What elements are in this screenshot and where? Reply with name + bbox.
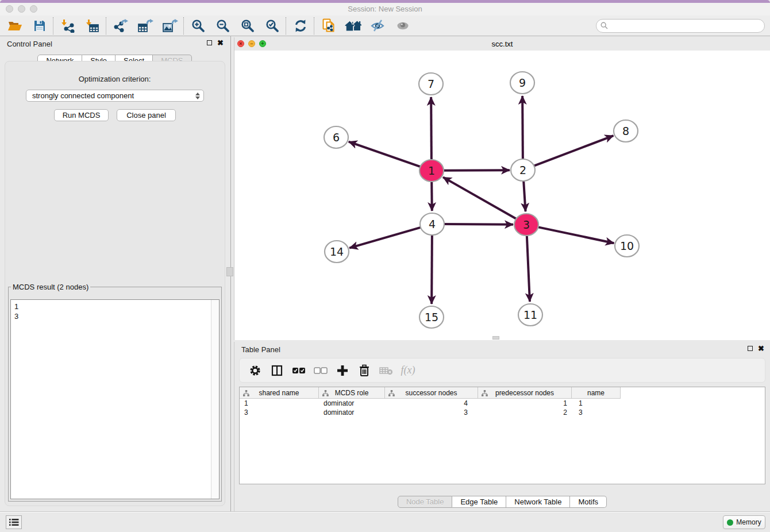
run-mcds-button[interactable]: Run MCDS xyxy=(54,109,109,121)
table-cell[interactable]: 3 xyxy=(240,408,319,417)
refresh-button[interactable] xyxy=(288,17,313,35)
network-window-titlebar: × − + scc.txt xyxy=(234,37,770,51)
column-header-predecessor-nodes[interactable]: predecessor nodes xyxy=(478,387,572,399)
table-cell[interactable]: 1 xyxy=(240,399,319,408)
float-panel-icon[interactable] xyxy=(207,40,212,45)
graph-node-11[interactable]: 11 xyxy=(518,304,542,326)
tab-edge-table[interactable]: Edge Table xyxy=(452,496,506,508)
svg-text:7: 7 xyxy=(428,78,434,90)
table-cell[interactable]: dominator xyxy=(319,399,385,408)
close-panel-icon[interactable]: ✖ xyxy=(217,40,224,46)
vertical-splitter-handle[interactable] xyxy=(226,267,233,276)
network-canvas[interactable]: 1234678910111415 xyxy=(234,51,770,340)
duplicate-network-button[interactable] xyxy=(316,17,341,35)
node-table[interactable]: shared nameMCDS rolesuccessor nodesprede… xyxy=(239,387,765,484)
graph-node-3[interactable]: 3 xyxy=(514,214,538,236)
show-graphics-button[interactable] xyxy=(390,17,415,35)
refresh-icon xyxy=(294,19,307,33)
graph-edge-1-4[interactable] xyxy=(432,182,432,211)
apply-function-button[interactable]: f(x) xyxy=(397,361,419,380)
graph-node-6[interactable]: 6 xyxy=(324,126,348,148)
zoom-out-button[interactable] xyxy=(210,17,235,35)
column-header-MCDS-role[interactable]: MCDS role xyxy=(319,387,385,399)
graph-node-14[interactable]: 14 xyxy=(325,241,349,263)
svg-text:8: 8 xyxy=(622,125,629,137)
memory-button[interactable]: Memory xyxy=(723,515,765,529)
export-table-icon xyxy=(137,19,153,33)
add-row-button[interactable] xyxy=(332,361,353,380)
export-table-button[interactable] xyxy=(133,17,157,35)
graph-edge-2-3[interactable] xyxy=(523,182,525,211)
graph-edge-1-7[interactable] xyxy=(431,97,432,159)
zoom-in-button[interactable] xyxy=(186,17,210,35)
tab-node-table[interactable]: Node Table xyxy=(398,496,453,508)
graph-edge-4-15[interactable] xyxy=(432,236,432,304)
graph-node-15[interactable]: 15 xyxy=(419,306,444,328)
graph-node-1[interactable]: 1 xyxy=(419,160,444,182)
tab-network-table[interactable]: Network Table xyxy=(506,496,570,508)
delete-table-button[interactable] xyxy=(375,361,397,380)
graph-edge-3-1[interactable] xyxy=(443,177,517,219)
home-layout-button[interactable] xyxy=(341,17,365,35)
toolbar-separator xyxy=(106,17,107,34)
zoom-fit-button[interactable] xyxy=(235,17,260,35)
table-row[interactable]: 1dominator411 xyxy=(240,399,765,408)
export-image-button[interactable] xyxy=(157,17,182,35)
table-row[interactable]: 3dominator323 xyxy=(240,408,765,417)
graph-node-4[interactable]: 4 xyxy=(420,213,444,235)
graph-node-9[interactable]: 9 xyxy=(510,72,534,94)
status-bar: Memory xyxy=(0,511,770,532)
graph-edge-2-9[interactable] xyxy=(522,96,523,159)
column-header-successor-nodes[interactable]: successor nodes xyxy=(385,387,478,399)
search-input[interactable] xyxy=(608,21,764,31)
table-columns-button[interactable] xyxy=(266,361,288,380)
graph-edge-2-8[interactable] xyxy=(534,136,614,166)
table-cell[interactable]: 3 xyxy=(385,408,478,417)
table-cell[interactable]: 1 xyxy=(478,399,572,408)
table-cell[interactable]: 2 xyxy=(478,408,572,417)
graph-edge-4-14[interactable] xyxy=(349,228,421,248)
graph-node-2[interactable]: 2 xyxy=(511,159,535,181)
save-session-button[interactable] xyxy=(27,17,52,35)
criterion-select[interactable]: strongly connected component xyxy=(26,90,204,102)
column-header-shared-name[interactable]: shared name xyxy=(240,387,319,399)
column-header-name[interactable]: name xyxy=(572,387,621,399)
close-panel-icon[interactable]: ✖ xyxy=(758,345,764,352)
table-cell[interactable]: dominator xyxy=(319,408,385,417)
table-settings-button[interactable] xyxy=(244,361,266,380)
horizontal-splitter-handle[interactable] xyxy=(492,336,499,340)
float-panel-icon[interactable] xyxy=(748,346,753,351)
close-panel-button[interactable]: Close panel xyxy=(117,109,176,121)
save-icon xyxy=(33,20,46,32)
open-session-button[interactable] xyxy=(2,17,27,35)
export-network-button[interactable] xyxy=(108,17,133,35)
deselect-all-button[interactable] xyxy=(310,361,332,380)
graph-node-10[interactable]: 10 xyxy=(615,235,639,257)
graph-edge-1-2[interactable] xyxy=(443,170,510,171)
import-network-button[interactable] xyxy=(55,17,80,35)
table-cell[interactable]: 4 xyxy=(385,399,478,408)
duplicate-network-icon xyxy=(322,18,336,33)
select-all-button[interactable] xyxy=(288,361,310,380)
result-scrollbar[interactable] xyxy=(211,300,219,499)
mcds-result-text: 1 3 xyxy=(11,300,219,323)
graph-node-7[interactable]: 7 xyxy=(419,73,443,95)
table-cell[interactable]: 3 xyxy=(572,408,621,417)
delete-row-button[interactable] xyxy=(353,361,375,380)
tab-motifs[interactable]: Motifs xyxy=(570,496,607,508)
graph-edge-3-10[interactable] xyxy=(538,227,614,243)
function-icon: f(x) xyxy=(401,364,415,376)
graph-node-8[interactable]: 8 xyxy=(614,120,638,142)
search-field[interactable] xyxy=(596,19,765,33)
table-panel-header: Table Panel ✖ xyxy=(234,342,770,357)
table-cell[interactable]: 1 xyxy=(572,399,621,408)
mcds-result-area[interactable]: 1 3 xyxy=(10,299,220,499)
graph-edge-4-3[interactable] xyxy=(444,224,513,225)
zoom-selected-button[interactable] xyxy=(260,17,284,35)
control-panel: Control Panel ✖ NetworkStyleSelectMCDS O… xyxy=(0,36,229,512)
task-history-button[interactable] xyxy=(6,515,22,529)
graph-edge-3-11[interactable] xyxy=(527,236,530,302)
hide-style-button[interactable] xyxy=(365,17,390,35)
import-table-button[interactable] xyxy=(80,17,105,35)
graph-edge-1-6[interactable] xyxy=(349,142,421,167)
